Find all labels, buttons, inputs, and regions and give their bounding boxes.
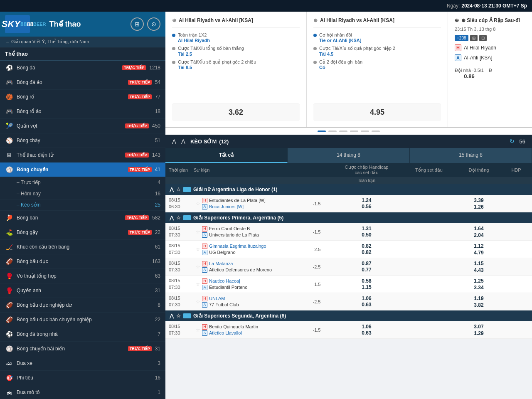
sidebar-item-esport[interactable]: 🖥 Thể thao điện tử TRỰC TIẾP 143 bbox=[0, 148, 165, 163]
odds-away[interactable]: Đ bbox=[489, 68, 492, 79]
chevron-up-icon[interactable]: ⋀ bbox=[172, 138, 176, 144]
refresh-button[interactable]: ↻ bbox=[510, 138, 515, 145]
dot-inactive-1[interactable] bbox=[328, 131, 337, 132]
odds-4-bot[interactable]: 0.77 bbox=[362, 267, 371, 273]
dot-inactive-3[interactable] bbox=[350, 131, 358, 132]
odds-6-top[interactable]: 1.06 bbox=[362, 296, 371, 301]
sidebar-item-dua-mo-to[interactable]: 🏍 Đua mô tô 1 bbox=[0, 385, 165, 399]
odds-4-top[interactable]: 0.87 bbox=[362, 261, 371, 266]
beer-label: BEER bbox=[33, 22, 46, 27]
user-button[interactable]: ⊙ bbox=[147, 17, 160, 31]
winner-6-bot[interactable]: 3.82 bbox=[474, 302, 483, 308]
sidebar-item-bong-chuyen-bb[interactable]: 🏐 Bóng chuyền bãi biển TRỰC TIẾP 31 bbox=[0, 342, 165, 356]
calendar-button[interactable]: ⊞ bbox=[131, 17, 144, 31]
sidebar-item-khuc-con-cau[interactable]: 🏒 Khúc côn cầu trên băng 61 bbox=[0, 240, 165, 254]
dot-inactive-4[interactable] bbox=[361, 131, 369, 132]
match-star-3[interactable]: ☆ bbox=[194, 246, 202, 252]
sub-label-keo-som: – Kèo sớm bbox=[17, 202, 155, 208]
sidebar-item-bong-ban[interactable]: 🏓 Bóng bàn TRỰC TIẾP 582 bbox=[0, 211, 165, 225]
icon-badge: ⊞ bbox=[470, 35, 478, 41]
sidebar-item-bong-da-trong[interactable]: ⚽ Bóng đá trong nhà 7 bbox=[0, 327, 165, 342]
dot-inactive-5[interactable] bbox=[372, 131, 380, 132]
card2-odds[interactable]: 4.95 bbox=[313, 103, 441, 121]
odds-block-2: 1.31 0.50 bbox=[329, 226, 404, 238]
winner-5-bot[interactable]: 3.34 bbox=[474, 285, 483, 291]
league-star-1[interactable]: ☆ bbox=[176, 187, 181, 192]
team-home-name: Al Hilal Riyadh bbox=[464, 45, 496, 51]
winner-5-top[interactable]: 1.25 bbox=[474, 278, 483, 284]
match-star-6[interactable]: ☆ bbox=[194, 299, 202, 305]
winner-7-top[interactable]: 3.07 bbox=[474, 324, 483, 330]
tab-14-thang-8[interactable]: 14 tháng 8 bbox=[288, 148, 410, 163]
winner-6-top[interactable]: 1.19 bbox=[474, 296, 483, 301]
dot-inactive-2[interactable] bbox=[339, 131, 347, 132]
team-home-row: H Al Hilal Riyadh bbox=[455, 44, 532, 51]
league-star-2[interactable]: ☆ bbox=[176, 215, 181, 221]
winner-2-bot[interactable]: 2.04 bbox=[474, 232, 483, 238]
league-superiores-primera[interactable]: ⋀ ☆ Giải Superiores Primera, Argentina (… bbox=[165, 212, 532, 223]
sidebar-item-bong-bau-duc[interactable]: 🏈 Bóng bầu dục 163 bbox=[0, 254, 165, 269]
sidebar-label-phi-tieu: Phi tiêu bbox=[17, 375, 152, 381]
count-bbd-ban: 22 bbox=[155, 317, 160, 323]
odds-1-top[interactable]: 1.24 bbox=[362, 197, 371, 203]
count-khuc-con-cau: 61 bbox=[155, 244, 160, 250]
chevron-up-icon-2[interactable]: ⋀ bbox=[181, 138, 185, 144]
league-star-3[interactable]: ☆ bbox=[176, 313, 181, 319]
sidebar-item-phi-tieu[interactable]: 🎯 Phi tiêu 16 bbox=[0, 371, 165, 385]
sidebar-item-bong-ro-ao[interactable]: 🎮 Bóng rổ ảo 18 bbox=[0, 104, 165, 119]
odds-1-bot[interactable]: 0.56 bbox=[362, 204, 371, 209]
sidebar-item-bong-chay[interactable]: ⚾ Bóng chày 51 bbox=[0, 133, 165, 148]
sidebar-sub-keo-som[interactable]: – Kèo sớm 25 bbox=[0, 200, 165, 211]
sidebar-item-bbd-nghiep[interactable]: 🏈 Bóng bầu dục nghiệp dư 8 bbox=[0, 298, 165, 313]
winner-7-bot[interactable]: 1.29 bbox=[474, 330, 483, 336]
sidebar-item-bong-ro[interactable]: 🏀 Bóng rổ TRỰC TIẾP 77 bbox=[0, 90, 165, 104]
away-icon-1: A bbox=[202, 204, 207, 209]
odds-5-bot[interactable]: 1.15 bbox=[362, 284, 371, 290]
sidebar-sub-truc-tiep[interactable]: – Trực tiếp 4 bbox=[0, 177, 165, 188]
odds-3-bot[interactable]: 0.82 bbox=[362, 249, 371, 255]
winner-3-bot[interactable]: 4.79 bbox=[474, 250, 483, 256]
sidebar-item-bong-gay[interactable]: ⛳ Bóng gậy TRỰC TIẾP 22 bbox=[0, 225, 165, 240]
winner-2-top[interactable]: 1.64 bbox=[474, 226, 483, 232]
odds-2-bot[interactable]: 0.50 bbox=[362, 232, 371, 238]
tab-tat-ca[interactable]: Tất cả bbox=[165, 148, 288, 163]
sidebar-item-vo-thuat[interactable]: 🥊 Võ thuật tổng hợp 63 bbox=[0, 269, 165, 283]
card1-bet2-value: Tài 2.5 bbox=[178, 52, 244, 57]
match-star-1[interactable]: ☆ bbox=[194, 201, 202, 207]
sidebar-item-bbd-ban[interactable]: 🏈 Bóng bầu dục bán chuyên nghiệp 22 bbox=[0, 313, 165, 327]
winner-4-top[interactable]: 1.15 bbox=[474, 261, 483, 266]
match-star-5[interactable]: ☆ bbox=[194, 281, 202, 287]
odds-6-bot[interactable]: 0.63 bbox=[362, 302, 371, 308]
winner-4-bot[interactable]: 4.43 bbox=[474, 267, 483, 273]
sidebar-item-dua-xe[interactable]: 🏎 Đua xe 3 bbox=[0, 356, 165, 371]
league-liga-honor[interactable]: ⋀ ☆ Giải nữ Argentina Liga de Honor (1) bbox=[165, 184, 532, 195]
sidebar-sub-hom-nay[interactable]: – Hôm nay 16 bbox=[0, 188, 165, 200]
odds-7-bot[interactable]: 0.63 bbox=[362, 330, 371, 336]
sidebar-label-bong-ro-ao: Bóng rổ ảo bbox=[17, 108, 152, 114]
card1-odds[interactable]: 3.62 bbox=[172, 103, 300, 121]
sidebar-item-quan-vot[interactable]: 🎾 Quần vợt TRỰC TIẾP 450 bbox=[0, 119, 165, 133]
winner-1-bot[interactable]: 1.26 bbox=[474, 204, 483, 210]
sidebar-item-bong-da[interactable]: ⚽ Bóng đá TRỰC TIẾP 1218 bbox=[0, 61, 165, 75]
odds-home[interactable]: Đội nhà -0.5/1 0.86 bbox=[455, 68, 484, 79]
sidebar-item-quyen-anh[interactable]: 🥊 Quyền anh 31 bbox=[0, 283, 165, 298]
match-star-4[interactable]: ☆ bbox=[194, 264, 202, 270]
tab-15-thang-8[interactable]: 15 tháng 8 bbox=[410, 148, 532, 163]
odds-7-top[interactable]: 1.06 bbox=[362, 324, 371, 330]
odds-5-top[interactable]: 0.58 bbox=[362, 278, 371, 284]
sidebar-item-bong-da-ao[interactable]: 🎮 Bóng đá ảo TRỰC TIẾP 54 bbox=[0, 75, 165, 90]
league-superiores-segunda[interactable]: ⋀ ☆ Giải Superiores Segunda, Argentina (… bbox=[165, 310, 532, 321]
odds-2-top[interactable]: 1.31 bbox=[362, 226, 371, 232]
winner-1-top[interactable]: 3.39 bbox=[474, 197, 483, 203]
match-star-7[interactable]: ☆ bbox=[194, 327, 202, 333]
match-star-2[interactable]: ☆ bbox=[194, 229, 202, 235]
home-icon-5: H bbox=[202, 278, 207, 284]
winner-3-top[interactable]: 1.12 bbox=[474, 243, 483, 249]
dot-active[interactable] bbox=[318, 131, 326, 132]
odds-3-top[interactable]: 0.82 bbox=[362, 243, 371, 249]
sidebar-item-bong-chuyen[interactable]: 🏐 Bóng chuyền TRỰC TIẾP 41 bbox=[0, 163, 165, 177]
match-row-gimnasia: 08/1507:30 ☆ H Gimnasia Esgrima Ituzaing… bbox=[165, 241, 532, 258]
card1-bet2: Cược Tài/Xỉu tổng số bàn thắng Tài 2.5 bbox=[172, 45, 300, 56]
away-boca: A Boca Juniors [W] bbox=[202, 204, 304, 209]
match-teams-4: H La Matanza A Atletico Defensores de Mo… bbox=[202, 261, 304, 273]
